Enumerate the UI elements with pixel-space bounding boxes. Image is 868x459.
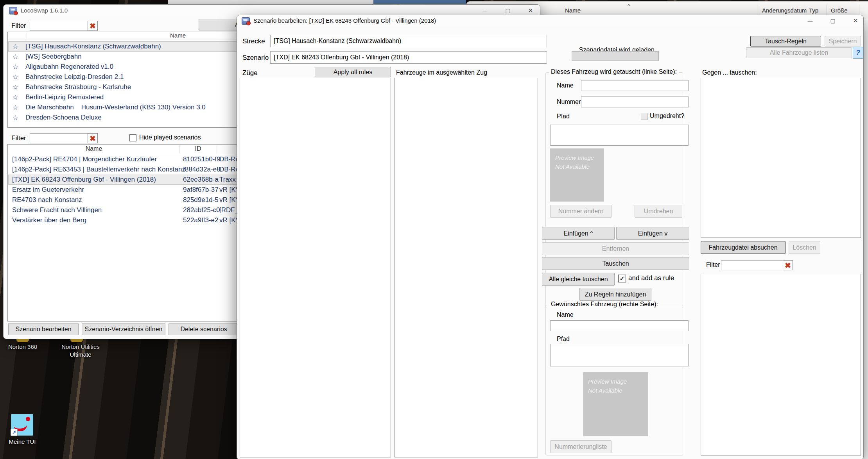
consist-listbox[interactable] [395, 78, 538, 457]
explorer-column-changed[interactable]: Änderungsdatum [762, 7, 807, 14]
nummerierungliste-button[interactable]: Nummerierungliste [550, 440, 612, 453]
hide-played-checkbox[interactable] [129, 134, 136, 141]
route-name: [TSG] Hausach-Konstanz (Schwarzwaldbahn) [25, 43, 161, 50]
szenario-verzeichnis-label: Szenario-Verzeichnis öffnen [85, 326, 163, 333]
scenario-id: 522a9ff3-e2 [183, 216, 218, 224]
scenario-filter-label: Filter [11, 134, 26, 142]
left-nummer-input[interactable] [581, 96, 689, 107]
hide-played-label[interactable]: Hide played scenarios [139, 134, 201, 141]
tausch-regeln-button[interactable]: Tausch-Regeln [750, 36, 821, 46]
route-filter-clear-button[interactable]: ✖ [88, 21, 98, 31]
szenario-verzeichnis-button[interactable]: Szenario-Verzeichnis öffnen [82, 323, 165, 335]
favorite-star-icon[interactable]: ☆ [8, 93, 22, 102]
einfuegen-up-button[interactable]: Einfügen ^ [542, 227, 615, 240]
szenario-bearbeiten-button[interactable]: Szenario bearbeiten [8, 323, 79, 335]
nummer-aendern-button[interactable]: Nummer ändern [550, 205, 612, 218]
einfuegen-up-label: Einfügen ^ [563, 230, 593, 237]
szenario-value: [TXD] EK 68243 Offenburg Gbf - Villingen… [274, 54, 409, 61]
favorite-star-icon[interactable]: ☆ [8, 53, 22, 61]
strecke-input[interactable]: [TSG] Hausach-Konstanz (Schwarzwaldbahn) [270, 35, 547, 47]
loeschen-label: Löschen [793, 244, 816, 251]
route-name: Allgaubahn Regenerated v1.0 [25, 63, 113, 71]
norton-utilities-label[interactable]: Norton Utilities Ultimate [53, 343, 108, 359]
consist-label: Fahrzeuge im ausgewählten Zug [396, 69, 487, 76]
apply-all-rules-button[interactable]: Apply all rules [315, 67, 391, 77]
fahrzeugdatei-absuchen-button[interactable]: Fahrzeugdatei absuchen [701, 241, 786, 254]
explorer-column-size[interactable]: Größe [831, 7, 848, 14]
left-name-input[interactable] [581, 80, 689, 91]
umdrehen-label: Umdrehen [644, 208, 673, 215]
right-group-caption: Gewünschtes Fahrzeug (rechte Seite): [549, 301, 660, 308]
close-icon: ✕ [853, 17, 858, 24]
dialog-close-button[interactable]: ✕ [847, 15, 864, 26]
favorite-star-icon[interactable]: ☆ [8, 43, 22, 51]
add-as-rule-checkbox[interactable]: ✓ [618, 275, 626, 282]
route-name: Dresden-Schoena Deluxe [25, 114, 102, 121]
meine-tui-label[interactable]: Meine TUI [0, 438, 45, 446]
swap-target-listbox[interactable] [701, 78, 861, 238]
loeschen-button[interactable]: Löschen [789, 241, 820, 254]
route-filter-input[interactable] [30, 21, 94, 31]
einfuegen-down-button[interactable]: Einfügen v [616, 227, 689, 240]
scenario-filter-input[interactable] [30, 133, 94, 143]
right-name-label: Name [557, 311, 574, 318]
scenario-filter-clear-button[interactable]: ✖ [88, 133, 98, 143]
favorite-star-icon[interactable]: ☆ [8, 83, 22, 91]
vehicle-filter-clear-button[interactable]: ✖ [783, 260, 793, 270]
app-icon-red-dot [246, 21, 251, 25]
scenario-header-divider [217, 145, 217, 154]
clear-x-icon: ✖ [785, 262, 791, 269]
umgedreht-checkbox[interactable] [641, 113, 648, 120]
norton360-label[interactable]: Norton 360 [0, 343, 46, 351]
right-pfad-label: Pfad [557, 336, 570, 343]
dialog-titlebar[interactable]: Szenario bearbeiten: [TXD] EK 68243 Offe… [237, 15, 863, 26]
scenario-name: Schwere Fracht nach Villingen [12, 206, 102, 214]
zuege-listbox[interactable] [240, 78, 391, 457]
szenario-label: Szenario [242, 54, 269, 62]
explorer-column-name[interactable]: Name [565, 7, 581, 14]
dialog-minimize-button[interactable]: — [802, 15, 819, 26]
zu-regeln-hinzufuegen-button[interactable]: Zu Regeln hinzufügen [579, 288, 651, 301]
scenario-name: [146p2-Pack] RE63453 | Baustellenverkehr… [12, 166, 185, 173]
alle-gleiche-tauschen-button[interactable]: Alle gleiche tauschen [542, 273, 615, 286]
dialog-maximize-button[interactable]: ▢ [824, 15, 841, 26]
right-pfad-textarea[interactable] [550, 344, 689, 366]
favorite-star-icon[interactable]: ☆ [8, 104, 22, 112]
speichern-button[interactable]: Speichern [825, 36, 861, 46]
entfernen-button[interactable]: Entfernen [542, 242, 689, 255]
nummer-aendern-label: Nummer ändern [558, 208, 604, 215]
left-group-caption: Dieses Fahrzeug wird getauscht (linke Se… [549, 68, 679, 75]
norton-utilities-line1: Norton Utilities [61, 343, 100, 350]
tauschen-button[interactable]: Tauschen [542, 257, 689, 270]
favorite-star-icon[interactable]: ☆ [8, 63, 22, 71]
right-name-input[interactable] [550, 320, 689, 331]
tauschen-label: Tauschen [602, 260, 629, 267]
delete-scenarios-button[interactable]: Delete scenarios [169, 323, 239, 335]
help-button[interactable]: ? [853, 47, 863, 59]
apply-all-rules-label: Apply all rules [334, 69, 373, 76]
entfernen-label: Entfernen [602, 245, 629, 252]
vehicle-filter-input[interactable] [721, 260, 789, 270]
add-as-rule-label[interactable]: and add as rule [628, 274, 674, 282]
speichern-label: Speichern [829, 38, 857, 45]
left-pfad-label: Pfad [557, 113, 570, 120]
favorite-star-icon[interactable]: ☆ [8, 114, 22, 122]
close-icon: ✕ [528, 7, 533, 14]
meine-tui-icon[interactable]: ↗ [11, 414, 33, 436]
szenario-input[interactable]: [TXD] EK 68243 Offenburg Gbf - Villingen… [270, 51, 547, 64]
left-pfad-textarea[interactable] [550, 125, 689, 146]
shortcut-arrow-icon: ↗ [12, 430, 16, 435]
explorer-column-type[interactable]: Typ [809, 7, 818, 14]
umdrehen-button[interactable]: Umdrehen [635, 205, 682, 218]
scenario-header-id[interactable]: ID [179, 145, 217, 152]
scenario-name: Ersatz im Gueterverkehr [12, 186, 84, 194]
explorer-column-divider [757, 5, 757, 16]
favorite-star-icon[interactable]: ☆ [8, 73, 22, 81]
alle-fahrzeuge-listen-button[interactable]: Alle Fahrzeuge listen [746, 47, 852, 58]
route-name: Berlin-Leipzig Remastered [25, 93, 104, 101]
vehicle-result-listbox[interactable] [701, 274, 861, 455]
scenario-header-name[interactable]: Name [16, 145, 172, 152]
background-window-strip [168, 0, 373, 4]
route-header-name[interactable]: Name [119, 32, 237, 39]
nummerierungliste-label: Nummerierungliste [554, 443, 607, 450]
